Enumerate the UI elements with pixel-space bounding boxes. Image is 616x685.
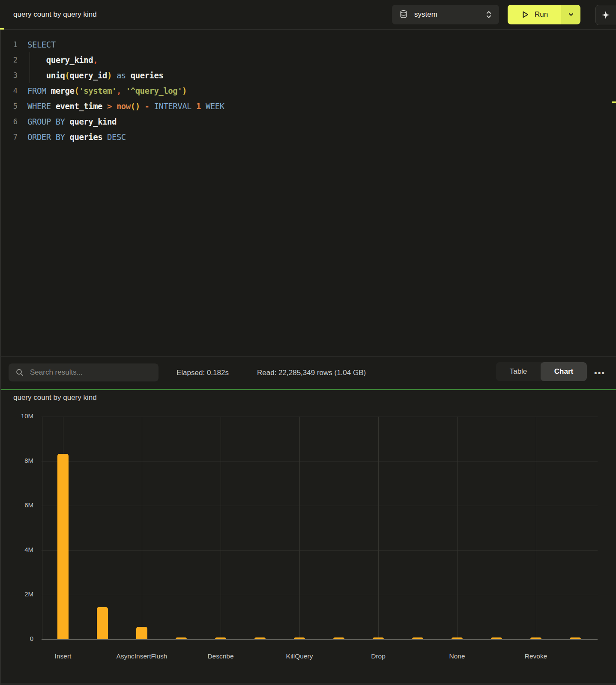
y-axis-line bbox=[42, 417, 42, 639]
x-gridline bbox=[299, 417, 300, 639]
x-axis-label: Insert bbox=[24, 652, 102, 660]
x-axis-label: None bbox=[419, 652, 496, 660]
code-text: query_kind, bbox=[27, 52, 98, 68]
line-number: 7 bbox=[0, 129, 18, 145]
database-icon bbox=[400, 10, 407, 19]
y-axis-label: 6M bbox=[0, 501, 33, 509]
query-title: query count by query kind bbox=[13, 0, 97, 29]
bar bbox=[254, 637, 266, 639]
y-gridline bbox=[42, 461, 598, 462]
bar bbox=[294, 637, 305, 639]
y-gridline bbox=[42, 595, 598, 595]
line-number: 4 bbox=[0, 83, 18, 98]
y-gridline bbox=[42, 506, 598, 506]
x-axis-label: KillQuery bbox=[261, 652, 338, 660]
y-axis-label: 8M bbox=[0, 457, 33, 464]
more-options-button[interactable]: ••• bbox=[590, 365, 609, 381]
results-toolbar: Elapsed: 0.182s Read: 22,285,349 rows (1… bbox=[0, 356, 616, 389]
sql-console-window: query count by query kind system bbox=[0, 0, 616, 685]
sql-editor[interactable]: 1SELECT2 query_kind,3 uniq(query_id) as … bbox=[0, 30, 616, 356]
code-line: 1SELECT bbox=[0, 37, 600, 52]
code-text: GROUP BY query_kind bbox=[27, 114, 117, 129]
database-selector[interactable]: system bbox=[392, 5, 499, 24]
x-gridline bbox=[457, 417, 458, 639]
y-axis-label: 2M bbox=[0, 590, 33, 598]
sparkle-icon bbox=[601, 10, 610, 20]
x-axis-label: Revoke bbox=[497, 652, 574, 660]
run-button-group: Run bbox=[508, 5, 580, 24]
x-gridline bbox=[378, 417, 379, 639]
scrollbar-cursor-marker bbox=[612, 101, 616, 103]
code-line: 2 query_kind, bbox=[0, 52, 600, 68]
line-number: 5 bbox=[0, 98, 18, 114]
run-options-button[interactable] bbox=[561, 5, 580, 24]
line-number: 2 bbox=[0, 52, 18, 68]
bar-chart: 02M4M6M8M10MInsertAsyncInsertFlushDescri… bbox=[0, 390, 616, 685]
bar bbox=[452, 637, 463, 639]
read-status: Read: 22,285,349 rows (1.04 GB) bbox=[257, 357, 366, 389]
play-icon bbox=[521, 10, 529, 19]
x-axis-label: Drop bbox=[340, 652, 417, 660]
run-button-label: Run bbox=[535, 10, 548, 19]
database-selector-value: system bbox=[414, 10, 485, 19]
panel-left-edge bbox=[0, 29, 1, 685]
chevron-down-icon bbox=[568, 11, 574, 18]
y-axis-label: 4M bbox=[0, 546, 33, 553]
code-text: uniq(query_id) as queries bbox=[27, 68, 163, 83]
bar bbox=[333, 637, 344, 639]
top-bar: query count by query kind system bbox=[0, 0, 616, 29]
code-line: 7ORDER BY queries DESC bbox=[0, 129, 600, 145]
y-gridline bbox=[42, 417, 598, 417]
run-button[interactable]: Run bbox=[508, 5, 561, 24]
x-axis-label: Describe bbox=[182, 652, 259, 660]
code-text: SELECT bbox=[27, 37, 56, 52]
editor-scrollbar-track[interactable] bbox=[614, 30, 614, 356]
line-number: 3 bbox=[0, 68, 18, 83]
x-gridline bbox=[142, 417, 142, 639]
y-gridline bbox=[42, 550, 598, 551]
y-gridline bbox=[42, 639, 598, 640]
code-line: 5WHERE event_time > now() - INTERVAL 1 W… bbox=[0, 98, 600, 114]
line-number: 1 bbox=[0, 37, 18, 52]
bar bbox=[97, 607, 108, 639]
y-axis-label: 10M bbox=[0, 412, 33, 420]
code-line: 3 uniq(query_id) as queries bbox=[0, 68, 600, 83]
bar bbox=[57, 454, 69, 639]
x-axis-label: AsyncInsertFlush bbox=[103, 652, 180, 660]
y-axis-label: 0 bbox=[0, 635, 33, 642]
elapsed-status: Elapsed: 0.182s bbox=[176, 357, 229, 389]
code-text: ORDER BY queries DESC bbox=[27, 129, 126, 145]
code-text: WHERE event_time > now() - INTERVAL 1 WE… bbox=[27, 98, 224, 114]
chart-panel: query count by query kind 02M4M6M8M10MIn… bbox=[0, 390, 616, 685]
ellipsis-icon: ••• bbox=[594, 368, 605, 377]
code-line: 6GROUP BY query_kind bbox=[0, 114, 600, 129]
bar bbox=[215, 637, 226, 639]
bar bbox=[373, 637, 384, 639]
tab-chart[interactable]: Chart bbox=[541, 362, 587, 381]
code-line: 4FROM merge('system', '^query_log') bbox=[0, 83, 600, 98]
chevron-up-down-icon bbox=[485, 10, 492, 19]
active-tab-indicator bbox=[0, 28, 4, 30]
bar bbox=[136, 627, 147, 639]
view-toggle: Table Chart bbox=[496, 362, 587, 381]
search-icon bbox=[15, 368, 24, 377]
x-gridline bbox=[536, 417, 536, 639]
bar bbox=[412, 637, 423, 639]
bar bbox=[176, 637, 187, 639]
search-box bbox=[9, 363, 158, 381]
tab-table[interactable]: Table bbox=[496, 362, 541, 381]
bottom-panel-edge bbox=[0, 683, 616, 685]
format-button[interactable] bbox=[595, 5, 616, 25]
bar bbox=[570, 637, 581, 639]
search-results-input[interactable] bbox=[29, 368, 153, 377]
bar bbox=[491, 637, 502, 639]
code-text: FROM merge('system', '^query_log') bbox=[27, 83, 187, 98]
bar bbox=[530, 637, 541, 639]
line-number: 6 bbox=[0, 114, 18, 129]
x-gridline bbox=[221, 417, 221, 639]
